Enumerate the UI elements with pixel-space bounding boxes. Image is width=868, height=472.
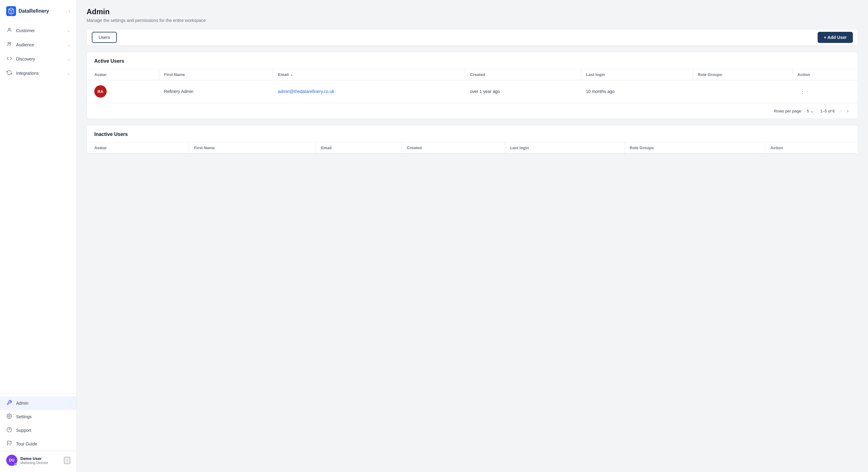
user-info: Demo User Marketing Director bbox=[21, 456, 61, 465]
sidebar-item-tour-guide[interactable]: Tour Guide bbox=[0, 437, 76, 451]
tour-guide-label: Tour Guide bbox=[16, 441, 37, 446]
sidebar-item-audience[interactable]: Audience ⌄ bbox=[0, 38, 76, 52]
col-created: Created bbox=[465, 69, 581, 80]
col-role-groups-inactive: Role Groups bbox=[625, 142, 765, 154]
avatar: DU bbox=[6, 455, 17, 466]
settings-label: Settings bbox=[16, 414, 32, 419]
support-label: Support bbox=[16, 428, 31, 433]
tabs: Users bbox=[92, 32, 117, 43]
sidebar-item-settings[interactable]: Settings bbox=[0, 410, 76, 424]
sidebar: DataRefinery ‹ Customer ⌄ Audience ⌄ Dis… bbox=[0, 0, 77, 472]
rows-per-page-label: Rows per page: bbox=[774, 109, 802, 113]
sidebar-item-admin[interactable]: Admin bbox=[0, 396, 76, 410]
user-profile[interactable]: DU Demo User Marketing Director ⋮ bbox=[0, 451, 76, 470]
pagination: Rows per page: 5 ⌄ 1–5 of 6 ‹ › bbox=[87, 103, 858, 119]
page-header: Admin Manage the settings and permission… bbox=[87, 7, 858, 23]
prev-page-button[interactable]: ‹ bbox=[838, 107, 844, 115]
col-email-inactive: Email bbox=[316, 142, 402, 154]
chevron-down-icon: ⌄ bbox=[67, 57, 70, 61]
active-users-title: Active Users bbox=[87, 52, 858, 69]
col-first-name-inactive: First Name bbox=[189, 142, 316, 154]
cell-role-groups bbox=[693, 80, 792, 103]
wrench-icon bbox=[6, 400, 12, 406]
active-users-table: Avatar First Name Email ▲ bbox=[87, 69, 858, 103]
audience-label: Audience bbox=[16, 42, 34, 47]
page-range: 1–5 of 6 bbox=[820, 109, 835, 113]
inactive-users-table: Avatar First Name Email Created Last log bbox=[87, 142, 858, 154]
user-role: Marketing Director bbox=[21, 461, 61, 465]
integrations-label: Integrations bbox=[16, 71, 39, 76]
main-nav: Customer ⌄ Audience ⌄ Discovery ⌄ Integr… bbox=[0, 21, 76, 394]
chevron-down-icon: ⌄ bbox=[67, 28, 70, 33]
main-content: Admin Manage the settings and permission… bbox=[77, 0, 868, 472]
logo-icon bbox=[6, 6, 16, 16]
cell-avatar: RA bbox=[87, 80, 159, 103]
svg-point-2 bbox=[8, 43, 9, 44]
cell-action: ⋮ bbox=[792, 80, 858, 103]
avatar: RA bbox=[94, 85, 106, 98]
content-area: Admin Manage the settings and permission… bbox=[77, 0, 868, 472]
rows-per-page: Rows per page: 5 ⌄ bbox=[774, 108, 816, 114]
add-user-button[interactable]: + Add User bbox=[817, 32, 853, 43]
tab-users[interactable]: Users bbox=[92, 32, 117, 43]
cell-last-login: 10 months ago bbox=[581, 80, 693, 103]
sidebar-item-integrations[interactable]: Integrations ⌄ bbox=[0, 66, 76, 80]
inactive-users-section: Inactive Users Avatar First Name Email bbox=[87, 125, 858, 154]
email-link[interactable]: admin@thedatarefinery.co.uk bbox=[278, 89, 334, 94]
active-users-section: Active Users Avatar First Name bbox=[87, 52, 858, 119]
online-indicator bbox=[14, 463, 17, 466]
col-created-inactive: Created bbox=[402, 142, 505, 154]
logo-text: DataRefinery bbox=[19, 8, 49, 14]
col-avatar-inactive: Avatar bbox=[87, 142, 189, 154]
sync-icon bbox=[6, 70, 12, 77]
inactive-users-title: Inactive Users bbox=[87, 126, 858, 142]
rows-per-page-value: 5 bbox=[807, 109, 809, 113]
col-avatar: Avatar bbox=[87, 69, 159, 80]
col-role-groups: Role Groups bbox=[693, 69, 792, 80]
col-action: Action bbox=[792, 69, 858, 80]
admin-label: Admin bbox=[16, 401, 28, 406]
chevron-down-icon: ⌄ bbox=[67, 43, 70, 47]
sidebar-item-support[interactable]: Support bbox=[0, 424, 76, 437]
gear-icon bbox=[6, 413, 12, 420]
sidebar-item-discovery[interactable]: Discovery ⌄ bbox=[0, 52, 76, 66]
group-icon bbox=[6, 41, 12, 48]
sidebar-collapse-button[interactable]: ‹ bbox=[69, 8, 70, 14]
cell-email: admin@thedatarefinery.co.uk bbox=[273, 80, 465, 103]
flag-icon bbox=[6, 440, 12, 447]
col-email[interactable]: Email ▲ bbox=[273, 69, 465, 80]
user-name: Demo User bbox=[21, 456, 61, 461]
page-subtitle: Manage the settings and permissions for … bbox=[87, 18, 858, 23]
svg-point-3 bbox=[9, 43, 11, 44]
next-page-button[interactable]: › bbox=[845, 107, 850, 115]
cell-first-name: Refinery Admin bbox=[159, 80, 273, 103]
code-icon bbox=[6, 56, 12, 62]
svg-point-1 bbox=[8, 28, 10, 30]
customer-label: Customer bbox=[16, 28, 35, 33]
col-last-login: Last login bbox=[581, 69, 693, 80]
user-menu-button[interactable]: ⋮ bbox=[64, 457, 70, 464]
col-last-login-inactive: Last login bbox=[505, 142, 624, 154]
col-first-name[interactable]: First Name bbox=[159, 69, 273, 80]
chevron-down-icon: ⌄ bbox=[67, 71, 70, 75]
logo-area: DataRefinery ‹ bbox=[0, 0, 76, 21]
sort-asc-icon: ▲ bbox=[290, 73, 293, 76]
rows-dropdown-icon: ⌄ bbox=[810, 109, 814, 113]
svg-point-4 bbox=[9, 415, 10, 417]
discovery-label: Discovery bbox=[16, 57, 35, 62]
rows-per-page-select[interactable]: 5 ⌄ bbox=[804, 108, 816, 114]
table-row: RA Refinery Admin admin@thedatarefinery.… bbox=[87, 80, 858, 103]
page-title: Admin bbox=[87, 7, 858, 16]
sidebar-bottom: Admin Settings Support Tour Guide DU bbox=[0, 394, 76, 472]
page-navigation: ‹ › bbox=[838, 107, 850, 115]
sidebar-item-customer[interactable]: Customer ⌄ bbox=[0, 24, 76, 38]
person-icon bbox=[6, 27, 12, 34]
col-action-inactive: Action bbox=[765, 142, 858, 154]
help-icon bbox=[6, 427, 12, 434]
tab-bar: Users + Add User bbox=[87, 29, 858, 46]
cell-created: over 1 year ago bbox=[465, 80, 581, 103]
row-action-button[interactable]: ⋮ bbox=[797, 87, 808, 96]
